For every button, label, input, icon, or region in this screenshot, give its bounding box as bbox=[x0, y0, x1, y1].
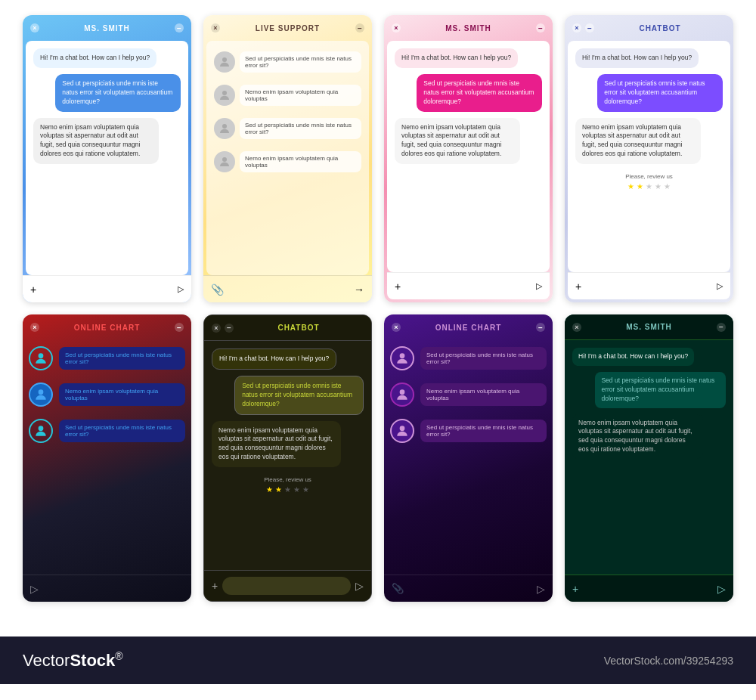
send-icon[interactable]: ▷ bbox=[355, 580, 364, 592]
add-icon[interactable]: + bbox=[212, 580, 218, 592]
message-text: Sed ut perspiciatis unde mnis iste natus… bbox=[240, 118, 361, 139]
close-icon: × bbox=[575, 24, 578, 32]
close-button-5[interactable]: × bbox=[30, 323, 39, 332]
avatar bbox=[390, 383, 414, 407]
review-section: Please, review us ★ ★ ★ ★ ★ bbox=[575, 170, 723, 194]
minimize-button-3[interactable]: − bbox=[536, 23, 545, 33]
chat-grid-row2: × ONLINE CHART − Sed ut perspiciatis und… bbox=[23, 314, 733, 602]
minimize-button-4b[interactable]: − bbox=[585, 23, 594, 33]
message-text: Nemo enim ipsam voluptatem quia voluptas bbox=[240, 151, 361, 172]
close-button-2[interactable]: × bbox=[211, 23, 220, 33]
minimize-button-2[interactable]: − bbox=[355, 23, 364, 33]
list-item: Sed ut perspiciatis unde mnis iste natus… bbox=[29, 346, 185, 370]
send-icon[interactable]: ▷ bbox=[178, 284, 184, 294]
message-text: Sed ut perspiciatis unde mnis iste natus… bbox=[240, 51, 361, 73]
star-2[interactable]: ★ bbox=[637, 182, 643, 190]
star-1[interactable]: ★ bbox=[266, 485, 273, 494]
add-icon[interactable]: + bbox=[572, 583, 578, 595]
avatar bbox=[390, 346, 414, 370]
chat-window-online-chart-dark: × ONLINE CHART − Sed ut perspiciatis und… bbox=[23, 314, 191, 602]
header-controls-8: × bbox=[572, 323, 581, 332]
minimize-button-1[interactable]: − bbox=[175, 23, 184, 33]
star-3[interactable]: ★ bbox=[646, 182, 652, 190]
clip-icon[interactable]: 📎 bbox=[211, 283, 224, 296]
avatar bbox=[214, 118, 235, 139]
minimize-button-7[interactable]: − bbox=[536, 323, 545, 332]
send-icon[interactable]: ▷ bbox=[717, 281, 723, 291]
close-button-7[interactable]: × bbox=[392, 323, 401, 332]
star-1[interactable]: ★ bbox=[627, 182, 634, 190]
close-icon: × bbox=[394, 24, 398, 32]
close-button-4[interactable]: × bbox=[572, 23, 581, 33]
message-bubble: Nemo enim ipsam voluptatem quia voluptas… bbox=[395, 118, 520, 165]
chat-body-3: Hi! I'm a chat bot. How can I help you? … bbox=[387, 41, 550, 272]
chat-footer-8: + ▷ bbox=[565, 575, 733, 602]
minimize-icon: − bbox=[177, 324, 181, 332]
clip-icon[interactable]: 📎 bbox=[392, 583, 404, 594]
window-title-6: CHATBOT bbox=[234, 324, 364, 332]
send-icon[interactable]: ▷ bbox=[717, 583, 726, 595]
chat-window-live-support: × LIVE SUPPORT − Sed ut perspiciatis und… bbox=[203, 15, 372, 302]
chat-body-2: Sed ut perspiciatis unde mnis iste natus… bbox=[206, 41, 369, 275]
star-5[interactable]: ★ bbox=[664, 182, 671, 190]
chat-window-ms-smith-pink: × MS. SMITH − Hi! I'm a chat bot. How ca… bbox=[384, 15, 553, 302]
window-header-1: × MS. SMITH − bbox=[23, 15, 191, 41]
close-icon: × bbox=[214, 324, 218, 332]
list-item: Sed ut perspiciatis unde mnis iste natus… bbox=[390, 419, 547, 443]
send-icon[interactable]: → bbox=[354, 283, 364, 296]
minimize-icon: − bbox=[177, 24, 181, 33]
review-label: Please, review us bbox=[212, 476, 364, 483]
star-4[interactable]: ★ bbox=[655, 182, 662, 190]
message-text: Sed ut perspiciatis unde mnis iste natus… bbox=[59, 347, 185, 370]
add-icon[interactable]: + bbox=[575, 280, 581, 293]
minimize-icon: − bbox=[538, 324, 543, 332]
add-icon[interactable]: + bbox=[30, 283, 36, 296]
minimize-button-8[interactable]: − bbox=[717, 323, 726, 332]
list-item: Sed ut perspiciatis unde mnis iste natus… bbox=[390, 346, 547, 370]
header-controls-3: × bbox=[392, 23, 401, 33]
window-title-5: ONLINE CHART bbox=[39, 324, 175, 332]
close-button-6[interactable]: × bbox=[212, 324, 221, 333]
chat-grid-row1: × MS. SMITH − Hi! I'm a chat bot. How ca… bbox=[23, 15, 733, 302]
send-icon[interactable]: ▷ bbox=[537, 583, 545, 595]
minimize-button-6b[interactable]: − bbox=[225, 324, 234, 333]
message-text: Nemo enim ipsam voluptatem quia voluptas bbox=[420, 383, 547, 406]
add-icon[interactable]: + bbox=[395, 280, 401, 293]
close-button-8[interactable]: × bbox=[572, 323, 581, 332]
message-bubble: Sed ut perspiciatis unde omnis iste natu… bbox=[234, 376, 364, 415]
chat-window-ms-smith-dark: × MS. SMITH − Hi! I'm a chat bot. How ca… bbox=[565, 314, 733, 602]
message-bubble: Hi! I'm a chat bot. How can I help you? bbox=[212, 348, 336, 370]
star-5[interactable]: ★ bbox=[302, 485, 309, 494]
svg-point-5 bbox=[39, 389, 44, 395]
star-4[interactable]: ★ bbox=[293, 485, 300, 494]
message-text: Nemo enim ipsam voluptatem quia voluptas bbox=[240, 85, 361, 106]
minimize-icon: − bbox=[227, 324, 231, 332]
send-icon[interactable]: ▷ bbox=[30, 583, 39, 595]
star-rating[interactable]: ★ ★ ★ ★ ★ bbox=[212, 485, 364, 494]
window-header-6: × − CHATBOT bbox=[204, 315, 371, 341]
close-icon: × bbox=[213, 24, 217, 32]
chat-body-1: Hi! I'm a chat bot. How can I help you? … bbox=[26, 41, 188, 275]
window-header-3: × MS. SMITH − bbox=[384, 15, 553, 41]
close-button-3[interactable]: × bbox=[392, 23, 401, 33]
star-rating[interactable]: ★ ★ ★ ★ ★ bbox=[575, 182, 723, 190]
window-title-2: LIVE SUPPORT bbox=[220, 24, 355, 33]
message-input[interactable] bbox=[222, 577, 351, 595]
message-bubble: Sed ut perspiciatis unde mnis iste natus… bbox=[55, 74, 181, 112]
close-icon: × bbox=[575, 324, 578, 331]
chat-body-8: Hi! I'm a chat bot. How can I help you? … bbox=[565, 340, 733, 575]
message-bubble: Hi! I'm a chat bot. How can I help you? bbox=[572, 348, 694, 366]
send-icon[interactable]: ▷ bbox=[536, 281, 542, 291]
chat-window-chatbot-light: × − CHATBOT Hi! I'm a chat bot. How can … bbox=[565, 15, 733, 302]
chat-body-6: Hi! I'm a chat bot. How can I help you? … bbox=[204, 341, 371, 570]
avatar bbox=[29, 346, 53, 370]
star-3[interactable]: ★ bbox=[284, 485, 291, 494]
window-title-8: MS. SMITH bbox=[581, 323, 717, 331]
minimize-button-5[interactable]: − bbox=[175, 323, 184, 332]
star-2[interactable]: ★ bbox=[275, 485, 282, 494]
close-button-1[interactable]: × bbox=[30, 23, 39, 33]
avatar bbox=[29, 383, 53, 407]
close-icon: × bbox=[394, 324, 398, 331]
svg-point-8 bbox=[400, 389, 405, 395]
avatar bbox=[29, 419, 53, 443]
